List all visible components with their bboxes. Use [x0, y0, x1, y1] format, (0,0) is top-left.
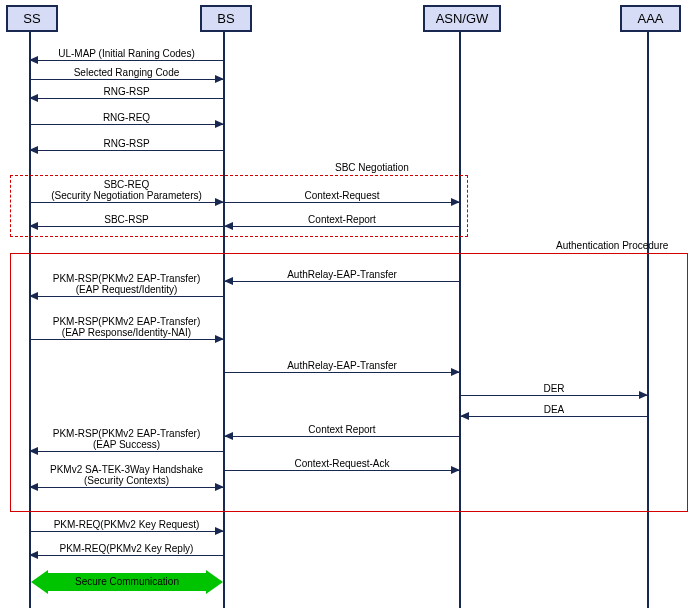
group-sbc-label: SBC Negotiation	[335, 162, 409, 173]
sequence-diagram: SS BS ASN/GW AAA SBC Negotiation Authent…	[0, 0, 694, 613]
msg-sbc-rsp: SBC-RSP	[30, 226, 223, 227]
actor-agw: ASN/GW	[423, 5, 501, 32]
msg-context-request: Context-Request	[225, 202, 459, 203]
msg-pkm-rsp-3: PKM-RSP(PKMv2 EAP-Transfer)(EAP Success)	[30, 451, 223, 452]
msg-sbc-req: SBC-REQ(Security Negotiation Parameters)	[30, 202, 223, 203]
msg-pkm-satek: PKMv2 SA-TEK-3Way Handshake(Security Con…	[30, 487, 223, 488]
group-auth-label: Authentication Procedure	[556, 240, 668, 251]
actor-ss: SS	[6, 5, 58, 32]
msg-ulmap: UL-MAP (Initial Raning Codes)	[30, 60, 223, 61]
msg-pkm-key-request: PKM-REQ(PKMv2 Key Request)	[30, 531, 223, 532]
msg-pkm-rsp-2: PKM-RSP(PKMv2 EAP-Transfer)(EAP Response…	[30, 339, 223, 340]
msg-context-report-2: Context Report	[225, 436, 459, 437]
msg-context-report: Context-Report	[225, 226, 459, 227]
msg-authrelay-1: AuthRelay-EAP-Transfer	[225, 281, 459, 282]
msg-pkm-rsp-1: PKM-RSP(PKMv2 EAP-Transfer)(EAP Request/…	[30, 296, 223, 297]
msg-context-request-ack: Context-Request-Ack	[225, 470, 459, 471]
actor-bs: BS	[200, 5, 252, 32]
msg-der: DER	[461, 395, 647, 396]
lifeline-agw	[459, 30, 461, 608]
lifeline-aaa	[647, 30, 649, 608]
msg-selected-ranging: Selected Ranging Code	[30, 79, 223, 80]
secure-communication-bar: Secure Communication	[48, 573, 206, 591]
msg-pkm-key-reply: PKM-REQ(PKMv2 Key Reply)	[30, 555, 223, 556]
msg-rng-rsp-1: RNG-RSP	[30, 98, 223, 99]
msg-rng-req: RNG-REQ	[30, 124, 223, 125]
msg-authrelay-2: AuthRelay-EAP-Transfer	[225, 372, 459, 373]
msg-rng-rsp-2: RNG-RSP	[30, 150, 223, 151]
lifeline-bs	[223, 30, 225, 608]
actor-aaa: AAA	[620, 5, 681, 32]
msg-dea: DEA	[461, 416, 647, 417]
